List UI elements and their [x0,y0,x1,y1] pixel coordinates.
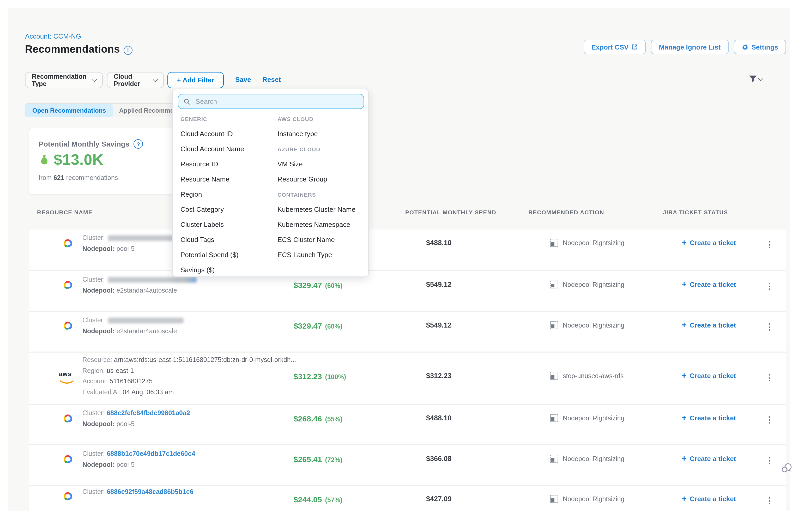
filter-option[interactable]: Cost Category [180,202,278,217]
plus-icon: + [682,454,687,462]
potential-spend-value: $549.12 [426,281,452,288]
row-menu-button[interactable] [767,239,773,250]
filter-option[interactable]: Instance type [278,126,363,141]
row-menu-button[interactable] [767,495,773,507]
row-menu-button[interactable] [767,321,773,333]
savings-label: Potential Monthly Savings [39,140,130,148]
gcp-icon [61,279,75,292]
create-ticket-link[interactable]: + Create a ticket [682,239,736,247]
create-ticket-link[interactable]: + Create a ticket [682,281,736,288]
chevron-down-icon [758,76,763,81]
table-row[interactable]: Cluster: 6888b1c70e49db17c1de60c4 Nodepo… [29,444,786,485]
table-row[interactable]: Cluster: Nodepool: e2standar4autoscale $… [29,311,786,352]
table-row[interactable]: Cluster: Nodepool: pool-5 $488.10 Nodepo… [29,229,786,270]
plus-icon: + [682,494,687,502]
nodepool-label: Nodepool: [82,461,115,468]
section-header-azure-cloud: AZURE CLOUD [278,141,363,156]
table-row[interactable]: Cluster: 688c2fefc84fbdc99801a0a2 Nodepo… [29,404,786,444]
cluster-link[interactable]: 6888b1c70e49db17c1de60c4 [107,450,195,457]
create-ticket-link[interactable]: + Create a ticket [682,372,736,380]
savings-cell: $244.05 (57%) [293,495,342,504]
rightsizing-icon [550,372,558,380]
row-menu-button[interactable] [767,372,773,383]
gcp-icon [61,237,75,251]
recommended-action: Nodepool Rightsizing [550,321,624,329]
filter-option[interactable]: Resource ID [180,156,278,172]
filter-option[interactable]: Savings ($) [180,262,278,278]
table-row[interactable]: Cluster: 6886e92f59a48cad86b5b1c6 $244.0… [29,485,786,512]
tab-open-recommendations[interactable]: Open Recommendations [25,104,113,117]
filter-links-divider [256,75,257,84]
create-ticket-link[interactable]: + Create a ticket [682,455,736,463]
plus-icon: + [682,238,687,246]
create-ticket-link[interactable]: + Create a ticket [682,495,736,503]
filter-option[interactable]: ECS Cluster Name [278,232,363,247]
cluster-link[interactable]: 6886e92f59a48cad86b5b1c6 [107,488,193,495]
filter-search-input[interactable] [194,97,358,106]
filter-option[interactable]: ECS Launch Type [278,247,363,262]
col-header-resource-name: RESOURCE NAME [37,209,93,215]
nodepool-label: Nodepool: [82,287,115,294]
table-row[interactable]: aws Resource: arn:aws:rds:us-east-1:5116… [29,352,786,404]
recommended-action: Nodepool Rightsizing [550,239,624,247]
savings-cell: $329.47 (60%) [293,281,342,289]
save-filter-link[interactable]: Save [235,76,251,83]
region-value: us-east-1 [107,367,134,374]
filter-option[interactable]: Cloud Account Name [180,141,278,156]
nodepool-label: Nodepool: [82,420,115,428]
savings-cell: $312.23 (100%) [293,372,346,381]
gcp-icon [61,320,75,333]
chevron-down-icon [92,77,97,82]
filter-option[interactable]: Region [180,187,278,202]
filter-option[interactable]: Kubernetes Namespace [278,217,363,232]
table-row[interactable]: Cluster: Nodepool: e2standar4autoscale $… [29,270,786,311]
rightsizing-icon [550,414,558,422]
redacted-cluster-name [108,318,184,323]
row-menu-button[interactable] [767,414,773,425]
savings-cell: $268.46 (55%) [293,414,342,423]
filter-panel-toggle[interactable] [748,75,762,83]
potential-spend-value: $488.10 [426,239,452,247]
create-ticket-link[interactable]: + Create a ticket [682,414,736,422]
row-menu-button[interactable] [767,281,773,292]
filter-option[interactable]: Cloud Tags [180,232,278,247]
cluster-link[interactable]: 688c2fefc84fbdc99801a0a2 [107,410,190,417]
recommendations-table: Cluster: Nodepool: pool-5 $488.10 Nodepo… [29,229,786,512]
resource-arn: arn:aws:rds:us-east-1:511616801275:db:zn… [114,356,296,363]
filter-search[interactable] [178,94,364,109]
filter-option[interactable]: Cloud Account ID [180,126,278,141]
section-header-containers: CONTAINERS [278,187,363,202]
info-icon[interactable]: i [124,46,132,55]
account-value: 511616801275 [110,378,153,385]
help-icon[interactable]: ? [134,139,143,149]
filter-option[interactable]: Resource Group [278,172,363,187]
add-filter-button[interactable]: + Add Filter [167,72,224,88]
recommended-action: Nodepool Rightsizing [550,495,624,503]
header-divider [25,68,786,68]
col-header-recommended-action: RECOMMENDED ACTION [528,209,604,215]
filter-option[interactable]: VM Size [278,156,363,172]
cloud-provider-filter[interactable]: Cloud Provider [107,72,164,88]
filter-option[interactable]: Potential Spend ($) [180,247,278,262]
plus-icon: + [682,413,687,422]
chat-bubbles-icon [780,461,793,474]
filter-option[interactable]: Resource Name [180,172,278,187]
aws-icon: aws [59,372,75,386]
app-canvas: Account: CCM-NG Recommendations i Export… [0,0,798,532]
filter-option[interactable]: Kubernetes Cluster Name [278,202,363,217]
recommendation-type-filter[interactable]: Recommendation Type [25,72,103,88]
filter-option[interactable]: Cluster Labels [180,217,278,232]
potential-savings-card: Potential Monthly Savings ? $13.0K from … [29,128,176,194]
reset-filter-link[interactable]: Reset [262,76,281,83]
create-ticket-link[interactable]: + Create a ticket [682,321,736,329]
gcp-icon [61,453,75,467]
breadcrumb[interactable]: Account: CCM-NG [25,32,81,40]
support-chat-button[interactable] [780,461,793,476]
settings-button[interactable]: Settings [734,40,786,54]
export-csv-button[interactable]: Export CSV [583,40,646,54]
rightsizing-icon [550,281,558,288]
row-menu-button[interactable] [767,455,773,466]
manage-ignore-list-button[interactable]: Manage Ignore List [651,40,728,54]
funnel-icon [748,75,757,83]
cluster-label: Cluster: [82,450,105,457]
